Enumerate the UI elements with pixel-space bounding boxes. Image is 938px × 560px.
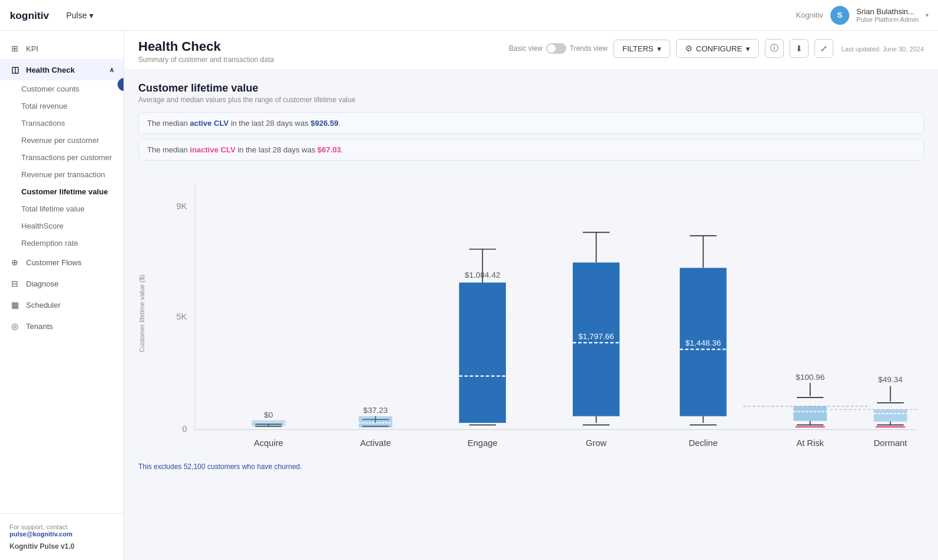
svg-text:At Risk: At Risk <box>796 438 824 448</box>
sidebar-item-revenue-per-customer[interactable]: Revenue per customer <box>0 132 124 149</box>
gear-icon: ⚙ <box>685 44 693 53</box>
sidebar-item-health-score[interactable]: HealthScore <box>0 217 124 235</box>
svg-text:$100.96: $100.96 <box>796 373 825 382</box>
last-updated-wrap: Last updated: June 30, 2024 <box>842 44 924 53</box>
view-toggle-switch[interactable] <box>546 43 566 54</box>
sidebar-item-customer-lifetime-value[interactable]: Customer lifetime value <box>0 183 124 200</box>
sidebar-diagnose-label: Diagnose <box>26 279 59 288</box>
sidebar-item-tenants[interactable]: ◎ Tenants <box>0 315 124 337</box>
svg-rect-57 <box>874 409 907 421</box>
svg-rect-17 <box>359 416 392 428</box>
active-clv-label: active CLV <box>190 119 229 128</box>
sidebar-item-scheduler[interactable]: ▦ Scheduler <box>0 294 124 315</box>
health-check-icon: ◫ <box>9 64 20 75</box>
user-role: Pulse Platform Admin <box>856 16 918 23</box>
svg-rect-23 <box>459 282 506 423</box>
sidebar-item-redemption-rate[interactable]: Redemption rate <box>0 235 124 252</box>
download-button[interactable]: ⬇ <box>790 39 809 58</box>
svg-text:$1,448.36: $1,448.36 <box>685 338 720 347</box>
view-toggle: Basic view Trends view <box>509 43 608 54</box>
user-chevron[interactable]: ▾ <box>926 12 929 18</box>
chart-inner: 9K 5K 0 $0 Acquire <box>155 169 924 458</box>
sidebar-item-kpi[interactable]: ⊞ KPI <box>0 38 124 59</box>
svg-text:Grow: Grow <box>586 438 606 448</box>
svg-text:0: 0 <box>182 424 187 434</box>
configure-button[interactable]: ⚙ CONFIGURE ▾ <box>676 39 759 58</box>
topnav-right: Kognitiv S Srian Bulathsin... Pulse Plat… <box>796 6 929 25</box>
scheduler-icon: ▦ <box>9 299 20 310</box>
active-clv-value: $926.59 <box>311 119 339 128</box>
filters-chevron: ▾ <box>657 44 661 53</box>
top-navigation: kognitiv Pulse ▾ Kognitiv S Srian Bulath… <box>0 0 938 31</box>
customer-flows-icon: ⊕ <box>9 257 20 268</box>
svg-text:$37.23: $37.23 <box>363 406 388 415</box>
version-label: Kognitiv Pulse v1.0 <box>9 542 114 551</box>
sidebar-health-check-label: Health Check <box>26 66 74 74</box>
scroll-area: Customer lifetime value Average and medi… <box>124 70 938 560</box>
main-content: Health Check Summary of customer and tra… <box>124 31 938 560</box>
box-plot-svg: 9K 5K 0 $0 Acquire <box>155 169 924 456</box>
user-info: Srian Bulathsin... Pulse Platform Admin <box>856 7 918 23</box>
share-button[interactable]: ⤢ <box>814 39 833 58</box>
tenants-icon: ◎ <box>9 321 20 331</box>
sidebar-item-total-lifetime-value[interactable]: Total lifetime value <box>0 200 124 217</box>
sidebar-item-transactions-per-customer[interactable]: Transactions per customer <box>0 149 124 166</box>
sidebar-item-total-revenue[interactable]: Total revenue <box>0 97 124 115</box>
svg-text:Acquire: Acquire <box>254 438 283 448</box>
filters-button[interactable]: FILTERS ▾ <box>614 40 670 58</box>
sidebar-customer-flows-label: Customer Flows <box>26 258 82 267</box>
chart-section-title: Customer lifetime value <box>138 82 924 95</box>
toggle-knob <box>547 44 556 53</box>
svg-text:$1,084.42: $1,084.42 <box>465 271 500 279</box>
sidebar-item-transactions[interactable]: Transactions <box>0 115 124 132</box>
health-check-chevron: ∧ <box>109 66 114 74</box>
pulse-label: Pulse <box>66 11 87 20</box>
chart-container: Customer lifetime value ($) 9K 5K <box>138 169 924 471</box>
sidebar: ‹ ⊞ KPI ◫ Health Check ∧ Customer counts… <box>0 31 124 560</box>
support-text: For support, contact pulse@kognitiv.com <box>9 523 114 538</box>
avatar: S <box>830 6 849 25</box>
page-header-left: Health Check Summary of customer and tra… <box>138 39 274 64</box>
svg-text:9K: 9K <box>176 201 187 211</box>
sidebar-item-revenue-per-transaction[interactable]: Revenue per transaction <box>0 166 124 183</box>
svg-text:Engage: Engage <box>468 438 498 448</box>
info-icon: ⓘ <box>770 43 778 54</box>
diagnose-icon: ⊟ <box>9 278 20 289</box>
page-title: Health Check <box>138 39 274 54</box>
svg-text:$0: $0 <box>264 411 274 419</box>
page-header-right: Basic view Trends view FILTERS ▾ ⚙ CONFI… <box>509 39 924 58</box>
info-button[interactable]: ⓘ <box>765 39 784 58</box>
svg-text:$1,797.66: $1,797.66 <box>578 332 614 341</box>
sidebar-footer: For support, contact pulse@kognitiv.com … <box>0 513 124 560</box>
svg-text:Dormant: Dormant <box>874 438 907 448</box>
exclude-note: This excludes 52,100 customers who have … <box>138 463 924 471</box>
svg-text:$49.34: $49.34 <box>878 375 903 384</box>
logo[interactable]: kognitiv <box>9 9 57 22</box>
filters-label: FILTERS <box>622 44 654 53</box>
configure-chevron: ▾ <box>746 44 750 53</box>
svg-rect-47 <box>793 406 827 421</box>
kpi-icon: ⊞ <box>9 43 20 54</box>
svg-text:Decline: Decline <box>689 438 718 448</box>
sidebar-item-customer-flows[interactable]: ⊕ Customer Flows <box>0 252 124 273</box>
layout: ‹ ⊞ KPI ◫ Health Check ∧ Customer counts… <box>0 31 938 560</box>
info-box-active: The median active CLV in the last 28 day… <box>138 112 924 134</box>
pulse-dropdown[interactable]: Pulse ▾ <box>66 11 93 20</box>
sidebar-nav: ⊞ KPI ◫ Health Check ∧ Customer counts T… <box>0 31 124 513</box>
info-box-inactive: The median inactive CLV in the last 28 d… <box>138 139 924 161</box>
sidebar-item-diagnose[interactable]: ⊟ Diagnose <box>0 273 124 294</box>
inactive-clv-label: inactive CLV <box>190 145 235 154</box>
support-email[interactable]: pulse@kognitiv.com <box>9 530 72 538</box>
sidebar-item-health-check[interactable]: ◫ Health Check ∧ <box>0 59 124 80</box>
share-icon: ⤢ <box>820 44 827 53</box>
chart-wrap: Customer lifetime value ($) 9K 5K <box>138 169 924 458</box>
inactive-clv-value: $67.03 <box>317 145 341 154</box>
user-name: Srian Bulathsin... <box>856 7 918 16</box>
sidebar-scheduler-label: Scheduler <box>26 301 61 310</box>
y-axis-label: Customer lifetime value ($) <box>138 275 150 352</box>
page-subtitle: Summary of customer and transaction data <box>138 56 274 64</box>
sidebar-item-customer-counts[interactable]: Customer counts <box>0 80 124 97</box>
configure-label: CONFIGURE <box>696 44 742 53</box>
kognitiv-logo-svg: kognitiv <box>9 9 57 22</box>
kognitiv-label: Kognitiv <box>796 11 823 19</box>
